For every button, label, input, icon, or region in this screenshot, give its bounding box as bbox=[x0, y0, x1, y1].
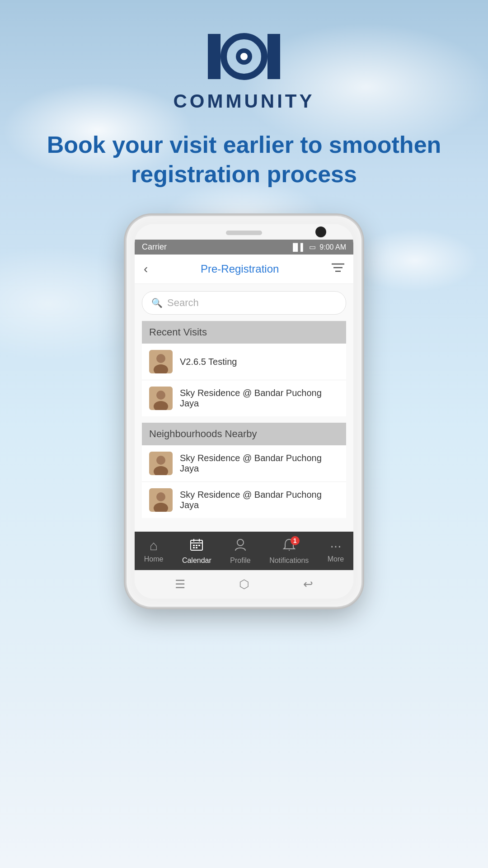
phone-camera bbox=[315, 226, 326, 237]
svg-point-18 bbox=[156, 492, 165, 501]
item-label: Sky Residence @ Bandar Puchong Jaya bbox=[180, 453, 339, 474]
svg-rect-26 bbox=[198, 545, 200, 546]
nav-item-notifications[interactable]: 1 Notifications bbox=[269, 538, 309, 565]
logo-container: COMMUNITY bbox=[174, 27, 315, 112]
notification-badge: 1 bbox=[291, 536, 300, 545]
nav-label-home: Home bbox=[144, 555, 164, 563]
search-bar[interactable]: 🔍 Search bbox=[142, 291, 346, 315]
logo-icon bbox=[203, 27, 285, 86]
svg-point-12 bbox=[156, 391, 165, 400]
item-label: V2.6.5 Testing bbox=[180, 357, 237, 367]
logo-text: COMMUNITY bbox=[174, 90, 315, 112]
phone-speaker bbox=[226, 231, 262, 235]
svg-rect-1 bbox=[267, 34, 280, 79]
avatar bbox=[149, 452, 173, 475]
calendar-icon bbox=[190, 538, 203, 555]
svg-point-29 bbox=[237, 539, 244, 546]
signal-icon: ▐▌▌ bbox=[290, 243, 305, 251]
list-item[interactable]: Sky Residence @ Bandar Puchong Jaya bbox=[142, 380, 346, 416]
nav-item-home[interactable]: ⌂ Home bbox=[144, 538, 164, 565]
nav-item-calendar[interactable]: Calendar bbox=[182, 538, 211, 565]
nearby-header: Neighbourhoods Nearby bbox=[142, 423, 346, 445]
status-bar: Carrier ▐▌▌ ▭ 9:00 AM bbox=[135, 240, 353, 255]
list-item[interactable]: Sky Residence @ Bandar Puchong Jaya bbox=[142, 445, 346, 482]
svg-rect-0 bbox=[208, 34, 221, 79]
svg-rect-25 bbox=[196, 545, 197, 546]
more-icon: ··· bbox=[330, 538, 341, 553]
profile-icon bbox=[234, 538, 247, 555]
app-header: ‹ Pre-Registration bbox=[135, 255, 353, 284]
nav-item-profile[interactable]: Profile bbox=[230, 538, 250, 565]
app-body: 🔍 Search Recent Visits bbox=[135, 284, 353, 532]
phone-bottom-bar: ☰ ⬡ ↩ bbox=[135, 570, 353, 599]
nav-label-calendar: Calendar bbox=[182, 557, 211, 565]
list-item[interactable]: Sky Residence @ Bandar Puchong Jaya bbox=[142, 482, 346, 518]
svg-rect-24 bbox=[193, 545, 195, 546]
item-label: Sky Residence @ Bandar Puchong Jaya bbox=[180, 388, 339, 409]
svg-point-4 bbox=[240, 53, 248, 60]
home-icon: ⌂ bbox=[150, 538, 158, 553]
item-label: Sky Residence @ Bandar Puchong Jaya bbox=[180, 490, 339, 510]
list-item[interactable]: V2.6.5 Testing bbox=[142, 344, 346, 380]
page-title: Pre-Registration bbox=[201, 263, 279, 275]
recent-visits-list: V2.6.5 Testing Sky Residence @ Bandar Pu… bbox=[142, 344, 346, 416]
svg-rect-27 bbox=[193, 547, 195, 548]
bottom-nav: ⌂ Home bbox=[135, 532, 353, 570]
back-button[interactable]: ‹ bbox=[144, 262, 148, 276]
bell-icon: 1 bbox=[282, 538, 296, 555]
home-hw-button[interactable]: ⬡ bbox=[239, 577, 249, 591]
search-placeholder: Search bbox=[167, 297, 199, 309]
tagline: Book your visit earlier to smoothen regi… bbox=[0, 130, 488, 189]
recent-visits-header: Recent Visits bbox=[142, 321, 346, 344]
avatar bbox=[149, 488, 173, 512]
search-icon: 🔍 bbox=[151, 297, 163, 308]
svg-point-9 bbox=[156, 354, 165, 363]
nav-label-notifications: Notifications bbox=[269, 557, 309, 565]
nearby-list: Sky Residence @ Bandar Puchong Jaya Sky … bbox=[142, 445, 346, 518]
menu-hw-button[interactable]: ☰ bbox=[175, 577, 185, 591]
nav-label-profile: Profile bbox=[230, 557, 250, 565]
avatar bbox=[149, 350, 173, 373]
time-label: 9:00 AM bbox=[319, 243, 346, 251]
filter-button[interactable] bbox=[332, 263, 344, 275]
nav-item-more[interactable]: ··· More bbox=[328, 538, 344, 565]
phone-mockup: Carrier ▐▌▌ ▭ 9:00 AM ‹ Pre-Registration bbox=[127, 216, 361, 607]
svg-rect-28 bbox=[196, 547, 197, 548]
avatar bbox=[149, 387, 173, 410]
carrier-label: Carrier bbox=[142, 242, 167, 252]
back-hw-button[interactable]: ↩ bbox=[303, 577, 313, 591]
battery-icon: ▭ bbox=[309, 243, 316, 251]
nav-label-more: More bbox=[328, 555, 344, 563]
recent-visits-title: Recent Visits bbox=[149, 326, 207, 338]
svg-point-15 bbox=[156, 456, 165, 465]
phone-top-bar bbox=[135, 224, 353, 240]
nearby-title: Neighbourhoods Nearby bbox=[149, 428, 257, 439]
